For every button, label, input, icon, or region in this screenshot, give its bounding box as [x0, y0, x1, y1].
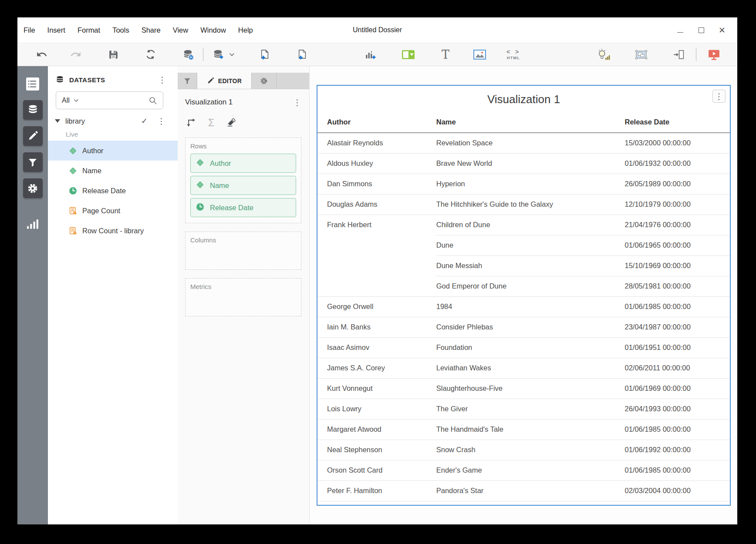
visualization-card[interactable]: ⋮ Visualization 1 AuthorNameRelease Date… [317, 85, 731, 506]
present-button[interactable] [705, 46, 722, 63]
release-date-cell[interactable]: 21/04/1976 00:00:00 [625, 215, 730, 235]
new-page-button[interactable] [293, 46, 310, 63]
name-cell[interactable]: The Giver [436, 399, 625, 419]
rows-chip-author[interactable]: Author [190, 154, 296, 173]
dataset-menu-button[interactable]: ⋮ [157, 117, 165, 125]
datasets-menu-button[interactable]: ⋮ [158, 76, 166, 84]
add-html-button[interactable]: < > HTML [505, 46, 522, 63]
name-cell[interactable]: Revelation Space [436, 133, 625, 153]
author-cell[interactable]: Alastair Reynolds [317, 133, 436, 153]
sidebar-item-contents[interactable] [23, 74, 43, 94]
author-cell[interactable]: George Orwell [317, 296, 436, 317]
name-cell[interactable]: Pandora's Star [436, 480, 625, 501]
add-data-button[interactable] [209, 46, 227, 63]
author-cell[interactable]: Neal Stephenson [317, 440, 436, 460]
release-date-cell[interactable]: 02/03/2004 00:00:00 [625, 480, 730, 501]
visualization-menu-button[interactable]: ⋮ [293, 98, 301, 107]
visualization-card-menu-button[interactable]: ⋮ [712, 90, 726, 103]
release-date-cell[interactable]: 01/06/1965 00:00:00 [625, 235, 730, 255]
menu-view[interactable]: View [173, 26, 188, 34]
name-cell[interactable]: Children of Dune [436, 215, 625, 235]
name-cell[interactable]: Slaughterhouse-Five [436, 378, 625, 399]
menu-file[interactable]: File [24, 26, 35, 34]
name-cell[interactable]: Consider Phlebas [436, 317, 625, 337]
close-button[interactable]: ✕ [718, 26, 726, 34]
rows-chip-name[interactable]: Name [190, 176, 296, 195]
column-header-name[interactable]: Name [436, 114, 625, 133]
new-chapter-button[interactable] [256, 46, 273, 63]
add-data-chevron-button[interactable] [228, 46, 236, 63]
columns-drop-zone[interactable]: Columns [185, 232, 301, 270]
pause-live-data-button[interactable] [179, 46, 197, 63]
clear-button[interactable] [226, 117, 236, 129]
author-cell[interactable]: Frank Herbert [317, 215, 436, 296]
dataset-field-row-count-library[interactable]: Row Count - library [48, 221, 178, 241]
sidebar-item-gallery[interactable] [23, 214, 43, 234]
metrics-drop-zone[interactable]: Metrics [185, 278, 301, 316]
redo-button[interactable] [67, 46, 84, 63]
name-cell[interactable]: The Handmaid's Tale [436, 419, 625, 440]
name-cell[interactable]: 1984 [436, 296, 625, 317]
release-date-cell[interactable]: 15/10/1969 00:00:00 [625, 255, 730, 276]
release-date-cell[interactable]: 01/06/1985 00:00:00 [625, 419, 730, 440]
dataset-field-release-date[interactable]: Release Date [48, 181, 178, 201]
name-cell[interactable]: Dune Messiah [436, 255, 625, 276]
release-date-cell[interactable]: 01/06/1985 00:00:00 [625, 296, 730, 317]
dataset-field-author[interactable]: Author [48, 141, 178, 161]
column-header-author[interactable]: Author [317, 114, 436, 133]
release-date-cell[interactable]: 01/06/1969 00:00:00 [625, 378, 730, 399]
menu-window[interactable]: Window [200, 26, 226, 34]
release-date-cell[interactable]: 12/10/1979 00:00:00 [625, 194, 730, 215]
column-header-release-date[interactable]: Release Date [625, 114, 730, 133]
name-cell[interactable]: Brave New World [436, 153, 625, 174]
menu-tools[interactable]: Tools [112, 26, 129, 34]
sidebar-item-edit[interactable] [23, 126, 43, 146]
sidebar-item-settings[interactable] [23, 178, 43, 198]
tab-filter[interactable] [178, 73, 197, 89]
menu-share[interactable]: Share [142, 26, 161, 34]
sidebar-item-filter[interactable] [23, 152, 43, 172]
release-date-cell[interactable]: 28/05/1981 00:00:00 [625, 276, 730, 296]
minimize-button[interactable] [676, 26, 684, 34]
name-cell[interactable]: God Emperor of Dune [436, 276, 625, 296]
author-cell[interactable]: Peter F. Hamilton [317, 480, 436, 501]
name-cell[interactable]: Leviathan Wakes [436, 358, 625, 378]
release-date-cell[interactable]: 26/05/1989 00:00:00 [625, 174, 730, 194]
free-form-layout-button[interactable] [632, 46, 650, 63]
author-cell[interactable]: Isaac Asimov [317, 337, 436, 358]
name-cell[interactable]: Snow Crash [436, 440, 625, 460]
add-text-button[interactable]: T [437, 46, 454, 63]
release-date-cell[interactable]: 01/06/1932 00:00:00 [625, 153, 730, 174]
add-selector-button[interactable] [399, 46, 417, 63]
tab-format[interactable] [252, 73, 277, 89]
release-date-cell[interactable]: 01/06/1992 00:00:00 [625, 440, 730, 460]
undo-button[interactable] [33, 46, 51, 63]
expand-triangle-icon[interactable] [55, 119, 60, 123]
search-filter-value[interactable]: All [62, 97, 70, 104]
name-cell[interactable]: Hyperion [436, 174, 625, 194]
totals-button[interactable]: Σ [208, 118, 214, 128]
name-cell[interactable]: Dune [436, 235, 625, 255]
dataset-field-page-count[interactable]: Page Count [48, 201, 178, 221]
name-cell[interactable]: Foundation [436, 337, 625, 358]
dataset-search-box[interactable]: All [56, 91, 163, 109]
author-cell[interactable]: James S.A. Corey [317, 358, 436, 378]
dataset-field-name[interactable]: Name [48, 161, 178, 181]
release-date-cell[interactable]: 15/03/2000 00:00:00 [625, 133, 730, 153]
rows-drop-zone[interactable]: Rows AuthorNameRelease Date [185, 138, 301, 223]
sidebar-item-datasets[interactable] [23, 100, 43, 120]
author-cell[interactable]: Douglas Adams [317, 194, 436, 215]
add-visualization-button[interactable] [362, 46, 379, 63]
release-date-cell[interactable]: 01/06/1951 00:00:00 [625, 337, 730, 358]
release-date-cell[interactable]: 02/06/2011 00:00:00 [625, 358, 730, 378]
swap-axes-button[interactable] [186, 118, 196, 129]
maximize-button[interactable] [697, 26, 705, 34]
dataset-library-row[interactable]: library ✓ ⋮ [48, 114, 178, 128]
author-cell[interactable]: Iain M. Banks [317, 317, 436, 337]
author-cell[interactable]: Lois Lowry [317, 399, 436, 419]
release-date-cell[interactable]: 01/06/1985 00:00:00 [625, 460, 730, 480]
collapse-panel-button[interactable] [670, 46, 687, 63]
author-cell[interactable]: Margaret Atwood [317, 419, 436, 440]
insights-button[interactable] [595, 46, 612, 63]
menu-help[interactable]: Help [238, 26, 253, 34]
